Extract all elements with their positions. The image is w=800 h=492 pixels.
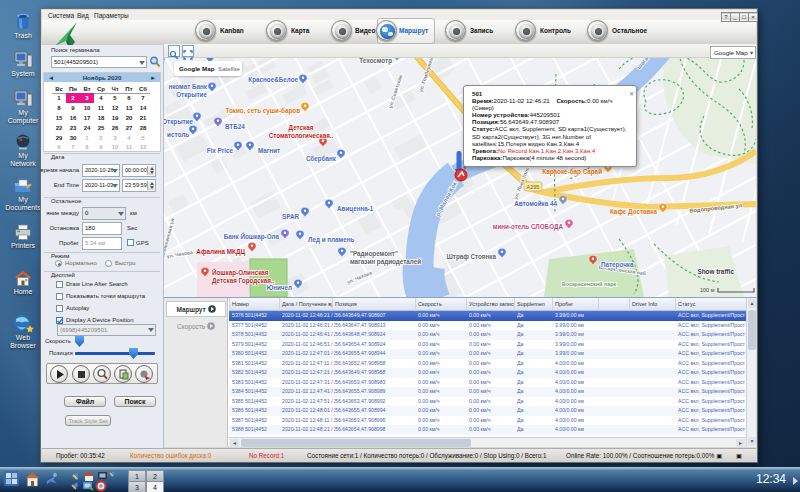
svg-text:Авиценна-1: Авиценна-1 [337, 205, 374, 213]
svg-text:Fix Price: Fix Price [207, 147, 234, 154]
svg-text:Воскресенский парк: Воскресенский парк [562, 281, 617, 287]
svg-text:Автомойка 44: Автомойка 44 [514, 200, 557, 207]
svg-text:Детская Городская..: Детская Городская.. [212, 277, 275, 285]
svg-text:Токио, сеть суши-баров: Токио, сеть суши-баров [226, 107, 301, 115]
svg-text:Банк Йошкар-Ола: Банк Йошкар-Ола [224, 232, 280, 241]
svg-text:100 м: 100 м [700, 287, 715, 293]
svg-text:"Радиоремонт": "Радиоремонт" [350, 250, 398, 258]
svg-text:Сбербанк: Сбербанк [306, 155, 337, 163]
svg-text:Show traffic: Show traffic [697, 268, 734, 275]
svg-text:Открытие: Открытие [164, 118, 193, 126]
svg-text:мини-отель СЛОБОДА: мини-отель СЛОБОДА [493, 223, 564, 231]
svg-text:Стоматологическая..: Стоматологическая.. [269, 132, 334, 139]
svg-text:Открытие: Открытие [176, 91, 207, 99]
svg-text:ВТБ24: ВТБ24 [225, 123, 245, 130]
svg-text:Техосмотр: Техосмотр [359, 57, 392, 65]
svg-text:Патерочка: Патерочка [601, 261, 634, 269]
svg-text:Детская: Детская [289, 124, 314, 132]
svg-text:Красное&Белое: Красное&Белое [248, 76, 298, 84]
svg-text:SPAR: SPAR [282, 213, 299, 220]
svg-text:Йошкар-Олинская: Йошкар-Олинская [212, 268, 269, 277]
svg-text:Магнит: Магнит [258, 147, 280, 154]
svg-text:нкомат Банк: нкомат Банк [168, 83, 207, 90]
svg-text:Юничел: Юничел [267, 284, 292, 291]
svg-text:Кафе Доставка: Кафе Доставка [610, 208, 658, 216]
svg-text:Караоке-бар Сарай: Караоке-бар Сарай [542, 168, 602, 176]
svg-text:Афалина МКДЦ: Афалина МКДЦ [196, 248, 245, 256]
svg-text:А295: А295 [527, 184, 540, 190]
svg-text:Лед и пламень: Лед и пламень [308, 236, 355, 244]
svg-text:магазин радиодеталей: магазин радиодеталей [350, 258, 421, 266]
svg-text:истоль: истоль [167, 131, 189, 138]
svg-text:Штраф Стоянка: Штраф Стоянка [447, 253, 497, 261]
